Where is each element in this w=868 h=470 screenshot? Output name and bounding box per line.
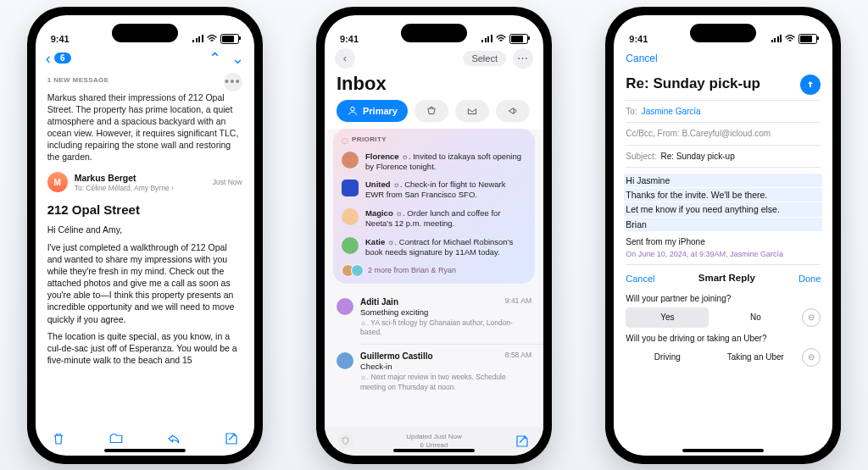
wifi-icon	[496, 35, 506, 42]
priority-card: ◌ PRIORITY Florence ☼. Invited to izakay…	[333, 129, 535, 284]
unread-text: 6 Unread	[406, 441, 461, 449]
sender-name[interactable]: Markus Berget	[75, 172, 206, 184]
back-chevron-icon[interactable]: ‹	[46, 51, 51, 66]
tab-primary-label: Primary	[363, 106, 398, 116]
priority-label: PRIORITY	[352, 135, 387, 145]
category-segments: Primary	[325, 100, 543, 129]
battery-icon	[220, 34, 239, 44]
compose-body[interactable]: Hi Jasmine Thanks for the invite. We'll …	[626, 167, 821, 259]
trash-icon[interactable]	[51, 431, 66, 450]
compose-icon[interactable]	[224, 431, 239, 450]
ccbcc-from-field[interactable]: Cc/Bcc, From: B.Careyful@icloud.com	[626, 122, 821, 145]
compose-icon[interactable]	[515, 434, 530, 451]
nav-bar: Cancel	[614, 46, 832, 71]
subject-field[interactable]: Subject: Re: Sunday pick-up	[626, 145, 821, 168]
battery-icon	[509, 34, 528, 44]
message-timestamp: Just Now	[213, 178, 242, 187]
updated-text: Updated Just Now	[406, 433, 461, 440]
mail-row[interactable]: Guillermo Castillo8:58 AM Check-in ☼. Ne…	[325, 345, 543, 398]
greeting-line: Hi Céline and Amy,	[47, 224, 242, 235]
home-indicator[interactable]	[682, 449, 764, 452]
folder-icon[interactable]	[108, 431, 124, 450]
new-message-label: 1 NEW MESSAGE	[47, 76, 109, 86]
status-time: 9:41	[629, 34, 648, 44]
avatar	[337, 298, 353, 315]
priority-row[interactable]: Magico ☼. Order lunch and coffee for Nee…	[342, 204, 526, 233]
recipient-chip[interactable]: Jasmine García	[642, 106, 701, 118]
smart-cancel-button[interactable]: Cancel	[626, 273, 654, 285]
svg-point-0	[351, 107, 355, 111]
smart-reply-title: Smart Reply	[698, 272, 755, 285]
smart-question: Will you be driving or taking an Uber?	[626, 333, 821, 345]
smart-done-button[interactable]: Done	[798, 273, 821, 285]
send-button[interactable]	[800, 75, 821, 95]
skip-question-icon[interactable]: ⊖	[802, 348, 821, 367]
next-message-icon[interactable]: ⌄	[231, 51, 244, 66]
tab-newsletters[interactable]	[455, 100, 489, 122]
more-menu-button[interactable]: •••	[224, 73, 242, 91]
more-menu-button[interactable]: ⋯	[513, 48, 533, 69]
cellular-icon	[771, 35, 782, 42]
cellular-icon	[192, 35, 203, 42]
tab-primary[interactable]: Primary	[337, 100, 408, 122]
smart-option-yes[interactable]: Yes	[626, 307, 709, 328]
body-paragraph: I've just completed a walkthrough of 212…	[47, 241, 242, 325]
avatar	[342, 180, 359, 196]
priority-row[interactable]: United ☼. Check-in for flight to Newark …	[342, 175, 526, 204]
smart-option-uber[interactable]: Taking an Uber	[714, 347, 797, 368]
inbox-title: Inbox	[325, 71, 543, 100]
cancel-button[interactable]: Cancel	[626, 53, 657, 64]
dynamic-island	[401, 24, 467, 42]
phone-inbox-view: 9:41 ‹ Select ⋯ Inbox Primary	[316, 7, 552, 464]
dynamic-island	[112, 24, 178, 42]
signature-line: Sent from my iPhone	[626, 236, 821, 248]
priority-sparkle-icon: ◌	[342, 135, 348, 146]
ai-summary-text: Markus shared their impressions of 212 O…	[47, 91, 242, 163]
home-indicator[interactable]	[104, 449, 186, 452]
priority-more-link[interactable]: 2 more from Brian & Ryan	[342, 262, 526, 279]
wifi-icon	[785, 35, 795, 42]
status-time: 9:41	[340, 34, 359, 44]
select-button[interactable]: Select	[463, 51, 506, 66]
compose-title: Re: Sunday pick-up	[626, 75, 760, 94]
avatar	[342, 208, 359, 225]
recipients-line[interactable]: To: Céline Mélard, Amy Byrne ›	[75, 184, 206, 193]
smart-reply-header: Cancel Smart Reply Done	[626, 264, 821, 290]
dynamic-island	[690, 24, 756, 42]
privacy-shield-icon[interactable]	[338, 434, 353, 449]
mail-row[interactable]: Aditi Jain9:41 AM Something exciting ☼. …	[325, 290, 543, 344]
nav-bar: ‹ 6 ⌃ ⌄	[36, 46, 254, 71]
unread-count-badge[interactable]: 6	[54, 53, 71, 64]
status-time: 9:41	[51, 34, 70, 44]
battery-icon	[798, 34, 817, 44]
home-indicator[interactable]	[393, 449, 475, 452]
avatar	[342, 237, 359, 254]
cellular-icon	[481, 35, 492, 42]
smart-question: Will your partner be joining?	[626, 293, 821, 305]
avatar	[342, 152, 359, 169]
body-paragraph: The location is quite special, as you kn…	[47, 330, 242, 367]
nav-bar: ‹ Select ⋯	[325, 46, 543, 71]
reply-icon[interactable]	[166, 431, 181, 450]
phone-compose-view: 9:41 Cancel Re: Sunday pick-up To: J	[605, 7, 841, 464]
back-button[interactable]: ‹	[335, 48, 355, 69]
quoted-header: On June 10, 2024, at 9:39AM, Jasmine Gar…	[626, 249, 821, 259]
prev-message-icon[interactable]: ⌃	[209, 51, 221, 66]
to-field[interactable]: To: Jasmine García	[626, 100, 821, 123]
priority-row[interactable]: Katie ☼. Contract for Michael Robinson's…	[342, 233, 526, 262]
sender-avatar[interactable]: M	[47, 172, 68, 192]
avatar	[337, 352, 353, 369]
wifi-icon	[207, 35, 217, 42]
phone-message-view: 9:41 ‹ 6 ⌃ ⌄ 1 NEW MESSAGE	[27, 7, 263, 464]
message-subject: 212 Opal Street	[47, 202, 242, 218]
smart-option-driving[interactable]: Driving	[626, 347, 709, 368]
skip-question-icon[interactable]: ⊖	[802, 308, 821, 327]
smart-option-no[interactable]: No	[714, 307, 797, 328]
tab-shopping[interactable]	[415, 100, 448, 122]
priority-row[interactable]: Florence ☼. Invited to izakaya soft open…	[342, 147, 526, 176]
tab-promotions[interactable]	[496, 100, 530, 122]
